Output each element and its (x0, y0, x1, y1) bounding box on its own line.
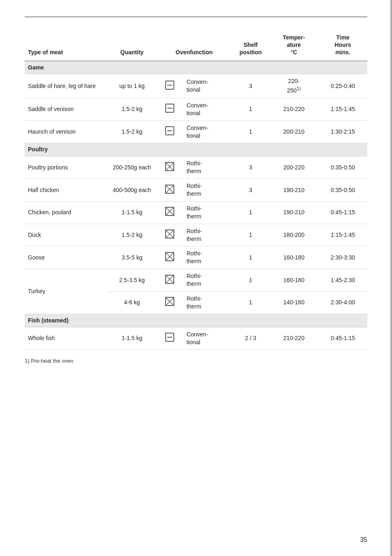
cell-quantity: 4-6 kg (108, 292, 157, 314)
cell-quantity: 1.5-2 kg (108, 98, 157, 120)
cell-type: Chicken, poulard (25, 201, 108, 224)
cell-temp: 190-210 (270, 179, 318, 202)
cell-temp: 180-200 (270, 224, 318, 246)
top-border (25, 16, 367, 17)
conventional-icon (165, 336, 174, 343)
cell-temp: 210-220 (270, 98, 318, 120)
section-header: Poultry (25, 143, 367, 156)
rothitherm-icon (165, 256, 174, 262)
cell-type: Poultry portions (25, 156, 108, 179)
header-time: TimeHoursmins. (318, 30, 367, 61)
cell-type: Duck (25, 224, 108, 246)
cell-type: Haunch of venison (25, 120, 108, 143)
cell-shelf: 1 (232, 269, 270, 292)
table-row: Saddle of venison1.5-2 kg Conven-tional1… (25, 98, 367, 120)
cell-icon (157, 246, 183, 269)
cell-quantity: 3.5-5 kg (108, 246, 157, 269)
cell-ovenfunction: Rothi-therm (183, 269, 232, 292)
cell-time: 0:25-0:40 (318, 74, 367, 98)
cell-quantity: up to 1 kg (108, 74, 157, 98)
rothitherm-icon (165, 211, 174, 217)
header-shelf: Shelfposition (232, 30, 270, 61)
cell-type: Half chicken (25, 179, 108, 202)
table-row: Goose3.5-5 kg Rothi-therm1160-1802:30-3:… (25, 246, 367, 269)
table-row: Whole fish1-1.5 kg Conven-tional2 / 3210… (25, 327, 367, 350)
cell-time: 1:45-2:30 (318, 269, 367, 292)
cell-icon (157, 74, 183, 98)
cell-temp: 200-210 (270, 120, 318, 143)
cell-ovenfunction: Rothi-therm (183, 292, 232, 314)
cell-time: 1:15-1:45 (318, 224, 367, 246)
conventional-icon (165, 130, 174, 137)
cell-quantity: 1-1.5 kg (108, 201, 157, 224)
cell-temp: 160-180 (270, 246, 318, 269)
table-row: Haunch of venison1.5-2 kg Conven-tional1… (25, 120, 367, 143)
right-border (390, 0, 392, 556)
cell-type: Saddle of venison (25, 98, 108, 120)
table-row: Saddle of hare, leg of hareup to 1 kg Co… (25, 74, 367, 98)
cell-icon (157, 224, 183, 246)
table-header-row: Type of meat Quantity Ovenfunction Shelf… (25, 30, 367, 61)
cell-icon (157, 201, 183, 224)
cell-shelf: 1 (232, 292, 270, 314)
cell-type: Saddle of hare, leg of hare (25, 74, 108, 98)
header-quantity: Quantity (108, 30, 157, 61)
cell-time: 2:30-3:30 (318, 246, 367, 269)
section-header: Fish (steamed) (25, 314, 367, 327)
table-row: Duck1.5-2 kg Rothi-therm1180-2001:15-1:4… (25, 224, 367, 246)
cell-ovenfunction: Conven-tional (183, 98, 232, 120)
rothitherm-icon (165, 188, 174, 195)
cell-ovenfunction: Conven-tional (183, 120, 232, 143)
cell-ovenfunction: Conven-tional (183, 74, 232, 98)
cell-shelf: 3 (232, 156, 270, 179)
cell-ovenfunction: Rothi-therm (183, 179, 232, 202)
footnote: 1) Pre-heat the oven (25, 358, 367, 364)
header-temperature: Temper-ature°C (270, 30, 318, 61)
table-row: Poultry portions200-250g each Rothi-ther… (25, 156, 367, 179)
cell-icon (157, 120, 183, 143)
cell-temp: 160-180 (270, 269, 318, 292)
cell-type: Whole fish (25, 327, 108, 350)
cell-quantity: 400-500g each (108, 179, 157, 202)
cell-time: 0:45-1:15 (318, 327, 367, 350)
cell-shelf: 3 (232, 179, 270, 202)
cell-time: 2:30-4:00 (318, 292, 367, 314)
cell-temp: 200-220 (270, 156, 318, 179)
page: Type of meat Quantity Ovenfunction Shelf… (0, 0, 392, 556)
cell-shelf: 3 (232, 74, 270, 98)
cell-quantity: 1.5-2 kg (108, 224, 157, 246)
rothitherm-icon (165, 278, 174, 285)
cell-temp: 210-220 (270, 327, 318, 350)
cell-time: 1:30-2:15 (318, 120, 367, 143)
table-row: Half chicken400-500g each Rothi-therm319… (25, 179, 367, 202)
cell-type: Turkey (25, 269, 108, 314)
rothitherm-icon (165, 166, 174, 172)
cell-quantity: 1.5-2 kg (108, 120, 157, 143)
cell-shelf: 1 (232, 201, 270, 224)
cell-time: 0:35-0:50 (318, 179, 367, 202)
table-row: Turkey2.5-3.5 kg Rothi-therm1160-1801:45… (25, 269, 367, 292)
cell-type: Goose (25, 246, 108, 269)
page-number: 35 (360, 536, 367, 544)
cell-temp: 190-210 (270, 201, 318, 224)
rothitherm-icon (165, 233, 174, 240)
cell-icon (157, 327, 183, 350)
cell-time: 0:35-0:50 (318, 156, 367, 179)
cell-icon (157, 98, 183, 120)
cell-icon (157, 292, 183, 314)
cell-quantity: 2.5-3.5 kg (108, 269, 157, 292)
cell-ovenfunction: Conven-tional (183, 327, 232, 350)
cell-temp: 140-160 (270, 292, 318, 314)
cell-shelf: 1 (232, 98, 270, 120)
cell-shelf: 2 / 3 (232, 327, 270, 350)
header-type: Type of meat (25, 30, 108, 61)
cell-time: 0:45-1:15 (318, 201, 367, 224)
cell-ovenfunction: Rothi-therm (183, 156, 232, 179)
cell-quantity: 1-1.5 kg (108, 327, 157, 350)
conventional-icon (165, 84, 174, 91)
table-row: Chicken, poulard1-1.5 kg Rothi-therm1190… (25, 201, 367, 224)
conventional-icon (165, 107, 174, 114)
cell-icon (157, 269, 183, 292)
cell-ovenfunction: Rothi-therm (183, 246, 232, 269)
cell-ovenfunction: Rothi-therm (183, 224, 232, 246)
